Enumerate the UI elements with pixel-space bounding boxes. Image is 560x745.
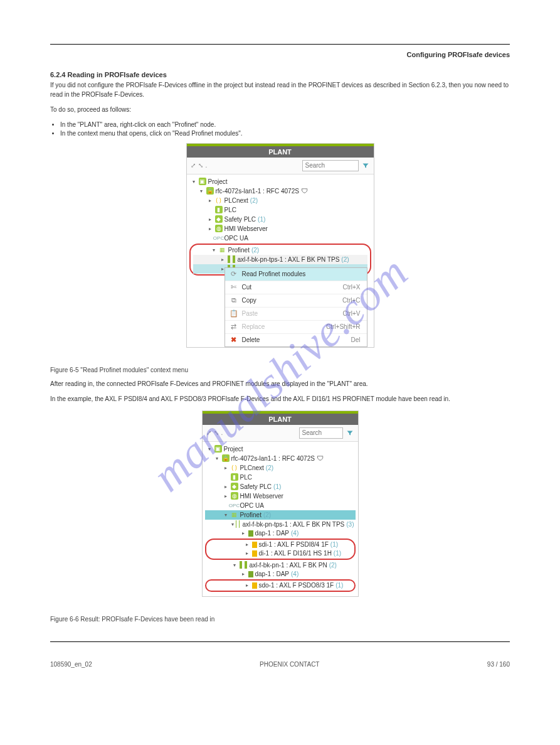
tree-rfc[interactable]: 🔒 rfc-4072s-lan1-1 : RFC 4072S 🛡 xyxy=(189,186,371,196)
panel-title: PLANT xyxy=(187,146,374,158)
tree-profinet[interactable]: ▦ Profinet (2) xyxy=(193,245,367,255)
dap-icon xyxy=(248,571,253,577)
module-icon xyxy=(252,542,257,548)
chevron-right-icon[interactable] xyxy=(223,493,229,499)
cut-icon: ✄ xyxy=(230,284,238,291)
ctx-cut[interactable]: ✄ Cut Ctrl+X xyxy=(225,281,367,294)
tree-project[interactable]: ▣ Project xyxy=(189,177,371,186)
expand-all-icon[interactable]: ⤢ xyxy=(206,429,211,436)
chevron-right-icon[interactable] xyxy=(219,257,226,262)
chevron-right-icon[interactable] xyxy=(240,530,246,536)
safety-icon: ◆ xyxy=(215,215,223,223)
tree-profinet[interactable]: ▦ Profinet (2) xyxy=(205,510,356,520)
tree-label: axl-f-bk-pn-1 : AXL F BK PN xyxy=(250,562,327,569)
more-icon[interactable]: . xyxy=(221,429,223,436)
tree-plcnext[interactable]: ( ) PLCnext (2) xyxy=(205,463,356,473)
chevron-right-icon[interactable] xyxy=(244,542,250,547)
collapse-all-icon[interactable]: ⤡ xyxy=(214,429,219,436)
chevron-down-icon[interactable] xyxy=(223,512,229,518)
tree-opc[interactable]: OPC OPC UA xyxy=(189,233,371,243)
plcnext-icon: ( ) xyxy=(215,196,223,204)
tree-fig2: ▣ Project 🔒 rfc-4072s-lan1-1 : RFC 4072S… xyxy=(203,442,358,596)
tree-label: OPC UA xyxy=(225,235,248,242)
tree-dev1[interactable]: axl-f-bk-pn-tps-1 : AXL F BK PN TPS (2) xyxy=(193,255,367,264)
chevron-down-icon[interactable] xyxy=(206,446,213,452)
profinet-icon: ▦ xyxy=(231,511,238,518)
search-input[interactable] xyxy=(302,160,359,171)
module-icon xyxy=(252,550,257,557)
chevron-down-icon[interactable] xyxy=(191,179,197,185)
paste-icon: 📋 xyxy=(230,310,238,318)
hmi-icon: ◍ xyxy=(215,225,223,232)
tree-sdo[interactable]: sdo-1 : AXL F PSDO8/3 1F (1) xyxy=(209,581,352,590)
chevron-right-icon[interactable] xyxy=(240,571,246,577)
filter-icon[interactable] xyxy=(346,429,354,437)
refresh-icon: ⟳ xyxy=(230,271,238,278)
device-icon xyxy=(245,561,247,569)
hmi-icon: ◍ xyxy=(231,492,238,500)
count-badge: (1) xyxy=(330,541,338,548)
tree-hmi[interactable]: ◍ HMI Webserver xyxy=(189,224,371,233)
tree-plcnext[interactable]: ( ) PLCnext (2) xyxy=(189,196,371,205)
ctx-read-profinet[interactable]: ⟳ Read Profinet modules xyxy=(225,268,367,281)
chevron-right-icon[interactable] xyxy=(207,226,213,232)
project-icon: ▣ xyxy=(214,445,222,453)
collapse-all-icon[interactable]: ⤡ xyxy=(198,162,203,169)
footer-left: 108590_en_02 xyxy=(50,661,92,668)
tree-label: dap-1 : DAP xyxy=(255,571,289,577)
chevron-down-icon[interactable] xyxy=(211,247,217,253)
tree-label: axl-f-bk-pn-tps-1 : AXL F BK PN TPS xyxy=(242,521,344,528)
chevron-down-icon[interactable] xyxy=(214,456,220,461)
chevron-right-icon[interactable] xyxy=(244,550,250,556)
more-icon[interactable]: . xyxy=(206,162,208,169)
tree-dev1[interactable]: axl-f-bk-pn-tps-1 : AXL F BK PN TPS (3) xyxy=(205,520,356,529)
plc-icon: ▮ xyxy=(215,206,223,213)
plc-icon: ▮ xyxy=(231,473,238,481)
tree-dev2[interactable]: axl-f-bk-pn-1 : AXL F BK PN (2) xyxy=(205,560,356,570)
chevron-right-icon[interactable] xyxy=(223,465,229,471)
filter-icon[interactable] xyxy=(361,161,370,170)
tree-hmi[interactable]: ◍ HMI Webserver xyxy=(205,491,356,501)
tree-dap2[interactable]: dap-1 : DAP (4) xyxy=(205,570,356,579)
chevron-right-icon[interactable] xyxy=(207,217,213,222)
ctx-label: Cut xyxy=(242,284,252,291)
tree-safety[interactable]: ◆ Safety PLC (1) xyxy=(189,215,371,224)
top-rule xyxy=(50,44,510,45)
expand-all-icon[interactable]: ⤢ xyxy=(191,162,196,169)
ctx-label: Read Profinet modules xyxy=(242,271,306,277)
section-title: 6.2.4 Reading in PROFIsafe devices xyxy=(50,71,510,78)
chevron-right-icon[interactable] xyxy=(223,484,229,490)
chevron-down-icon[interactable] xyxy=(231,562,238,568)
ctx-label: Replace xyxy=(242,323,265,330)
tree-project[interactable]: ▣ Project xyxy=(205,444,356,454)
tree-safety[interactable]: ◆ Safety PLC (1) xyxy=(205,482,356,491)
tree-plc[interactable]: ▮ PLC xyxy=(205,473,356,482)
context-menu: ⟳ Read Profinet modules ✄ Cut Ctrl+X ⧉ C… xyxy=(225,267,367,347)
tree-opc[interactable]: OPC OPC UA xyxy=(205,501,356,510)
delete-icon: ✖ xyxy=(230,336,238,344)
paragraph-3: After reading in, the connected PROFIsaf… xyxy=(50,380,510,389)
ctx-shortcut: Del xyxy=(351,336,360,343)
paragraph-1: If you did not configure the PROFIsafe F… xyxy=(50,81,510,99)
lock-icon: 🔒 xyxy=(206,187,214,195)
highlight-red-circle-2: sdi-1 : AXL F PSDI8/4 1F (1) di-1 : AXL … xyxy=(205,539,356,560)
chevron-down-icon[interactable] xyxy=(231,522,234,527)
footer-right: 93 / 160 xyxy=(487,661,510,668)
device-icon xyxy=(233,255,235,263)
tree-sdi[interactable]: sdi-1 : AXL F PSDI8/4 1F (1) xyxy=(209,540,352,549)
chevron-right-icon[interactable] xyxy=(244,582,250,588)
shield-icon: 🛡 xyxy=(301,187,309,195)
page-header-right: Configuring PROFIsafe devices xyxy=(50,51,510,58)
chevron-right-icon[interactable] xyxy=(207,198,213,203)
ctx-copy[interactable]: ⧉ Copy Ctrl+C xyxy=(225,294,367,308)
tree-rfc[interactable]: 🔒 rfc-4072s-lan1-1 : RFC 4072S 🛡 xyxy=(205,454,356,463)
tree-dap1[interactable]: dap-1 : DAP (4) xyxy=(205,529,356,538)
tree-di[interactable]: di-1 : AXL F DI16/1 HS 1H (1) xyxy=(209,549,352,558)
panel-toolbar: ⤢ ⤡ . xyxy=(187,158,374,174)
step-list: In the "PLANT" area, right-click on each… xyxy=(60,121,510,137)
tree-plc[interactable]: ▮ PLC xyxy=(189,205,371,215)
search-input[interactable] xyxy=(299,427,343,439)
chevron-down-icon[interactable] xyxy=(198,188,204,194)
ctx-delete[interactable]: ✖ Delete Del xyxy=(225,334,367,346)
shield-icon: 🛡 xyxy=(317,454,324,462)
